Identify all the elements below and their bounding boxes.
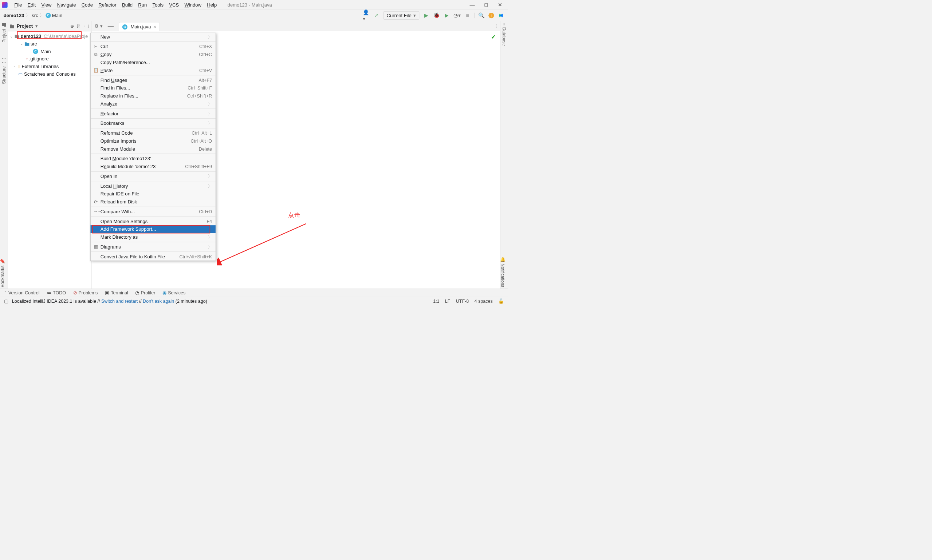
select-opened-file-icon[interactable]: ⊕ (70, 24, 74, 29)
status-icon[interactable]: ▢ (4, 298, 8, 304)
menu-refactor[interactable]: Refactor (96, 1, 119, 9)
menu-separator (91, 118, 216, 118)
ctx-rebuild-module-demo123[interactable]: Rebuild Module 'demo123'Ctrl+Shift+F9 (91, 163, 216, 171)
menu-edit[interactable]: Edit (25, 1, 39, 9)
ctx-diagrams[interactable]: ▦Diagrams〉 (91, 243, 216, 251)
ctx-find-usages[interactable]: Find UsagesAlt+F7 (91, 76, 216, 84)
menu-file[interactable]: File (12, 1, 25, 9)
ctx-open-in[interactable]: Open In〉 (91, 172, 216, 180)
menu-build[interactable]: Build (119, 1, 135, 9)
user-icon[interactable]: 👤▾ (363, 12, 370, 19)
menu-run[interactable]: Run (136, 1, 150, 9)
run-configuration-select[interactable]: Current File ▾ (383, 11, 419, 20)
menu-vcs[interactable]: VCS (167, 1, 182, 9)
submenu-arrow-icon: 〉 (208, 121, 212, 126)
database-tool-button[interactable]: ≡ Database (501, 23, 507, 46)
tree-root-node[interactable]: ⌄ demo123 C:\Users\a\IdeaProje (8, 32, 91, 40)
todo-tool-button[interactable]: ≔TODO (46, 290, 66, 295)
ctx-cut[interactable]: ✂CutCtrl+X (91, 43, 216, 51)
stop-button[interactable]: ■ (464, 12, 471, 19)
ctx-copy[interactable]: ⧉CopyCtrl+C (91, 51, 216, 58)
search-everywhere-icon[interactable]: 🔍 (478, 12, 485, 19)
tree-gitignore-node[interactable]: ◦ .gitignore (8, 55, 91, 63)
menu-item-label: Copy Path/Reference... (100, 60, 150, 65)
settings-icon[interactable]: ⁞ (88, 24, 89, 29)
chevron-down-icon[interactable]: ▾ (35, 23, 38, 29)
inspection-ok-icon[interactable]: ✔ (491, 34, 496, 40)
profiler-icon: ◔ (135, 290, 139, 295)
menu-window[interactable]: Window (182, 1, 204, 9)
ctx-analyze[interactable]: Analyze〉 (91, 100, 216, 108)
ctx-optimize-imports[interactable]: Optimize ImportsCtrl+Alt+O (91, 137, 216, 145)
project-tool-button[interactable]: Project (2, 23, 6, 43)
menu-navigate[interactable]: Navigate (54, 1, 79, 9)
file-encoding[interactable]: UTF-8 (456, 298, 469, 304)
ctx-build-module-demo123[interactable]: Build Module 'demo123' (91, 155, 216, 163)
ctx-find-in-files[interactable]: Find in Files...Ctrl+Shift+F (91, 84, 216, 92)
line-separator[interactable]: LF (445, 298, 451, 304)
more-icon[interactable]: ⁝ (496, 23, 500, 29)
hide-button[interactable]: — (108, 23, 114, 29)
right-bottom-stripe: 🔔 Notifications (500, 257, 508, 287)
ctx-convert-java-file-to-kotlin-file[interactable]: Convert Java File to Kotlin FileCtrl+Alt… (91, 252, 216, 260)
breadcrumb-src[interactable]: src (32, 13, 38, 18)
minimize-button[interactable]: — (469, 2, 475, 8)
ctx-new[interactable]: New〉 (91, 33, 216, 41)
menu-code[interactable]: Code (79, 1, 96, 9)
ctx-add-framework-support[interactable]: Add Framework Support... (91, 225, 216, 233)
ctx-reload-from-disk[interactable]: ⟳Reload from Disk (91, 198, 216, 206)
build-icon[interactable]: ⤢ (373, 12, 380, 19)
ctx-local-history[interactable]: Local History〉 (91, 182, 216, 190)
terminal-tool-button[interactable]: ▣Terminal (105, 290, 128, 295)
ctx-paste[interactable]: 📋PasteCtrl+V (91, 66, 216, 75)
tree-src-node[interactable]: ⌄ src (8, 40, 91, 48)
caret-position[interactable]: 1:1 (433, 298, 439, 304)
menu-help[interactable]: Help (204, 1, 220, 9)
ctx-bookmarks[interactable]: Bookmarks〉 (91, 119, 216, 127)
update-icon[interactable]: ↑ (488, 13, 494, 18)
ctx-refactor[interactable]: Refactor〉 (91, 109, 216, 117)
profile-button[interactable]: ◔▾ (454, 12, 461, 19)
ctx-reformat-code[interactable]: Reformat CodeCtrl+Alt+L (91, 129, 216, 137)
ctx-compare-with[interactable]: →←Compare With...Ctrl+D (91, 208, 216, 216)
version-control-tool-button[interactable]: ᚶVersion Control (4, 290, 40, 295)
bookmarks-tool-button[interactable]: Bookmarks 🔖 (0, 259, 5, 288)
project-view-label[interactable]: Project (17, 23, 33, 29)
close-button[interactable]: ✕ (497, 2, 503, 8)
tree-main-node[interactable]: C Main (8, 48, 91, 55)
close-tab-icon[interactable]: ✕ (153, 25, 156, 29)
services-tool-button[interactable]: ◉Services (162, 290, 185, 295)
code-with-me-icon[interactable] (497, 12, 505, 19)
context-menu[interactable]: New〉✂CutCtrl+X⧉CopyCtrl+CCopy Path/Refer… (90, 33, 216, 261)
tree-scratches[interactable]: ▭ Scratches and Consoles (8, 70, 91, 78)
run-button[interactable]: ▶ (423, 12, 430, 19)
notifications-tool-button[interactable]: 🔔 Notifications (500, 257, 505, 287)
switch-restart-link[interactable]: Switch and restart (101, 298, 138, 303)
ctx-copy-path-reference[interactable]: Copy Path/Reference... (91, 58, 216, 66)
menu-view[interactable]: View (39, 1, 54, 9)
breadcrumb-root[interactable]: demo123 (4, 13, 25, 18)
readonly-icon[interactable]: 🔓 (498, 298, 504, 304)
tree-external-libs[interactable]: › ⫴ External Libraries (8, 63, 91, 70)
profiler-tool-button[interactable]: ◔Profiler (135, 290, 155, 295)
ctx-remove-module[interactable]: Remove ModuleDelete (91, 145, 216, 153)
gear-icon[interactable]: ⚙ ▾ (94, 23, 102, 29)
left-tool-stripe: Project Structure ⋮⋮ (0, 21, 8, 289)
problems-tool-button[interactable]: ⊘Problems (73, 290, 98, 295)
collapse-all-icon[interactable]: ÷ (83, 24, 86, 29)
ctx-open-module-settings[interactable]: Open Module SettingsF4 (91, 217, 216, 225)
ctx-replace-in-files[interactable]: Replace in Files...Ctrl+Shift+R (91, 92, 216, 100)
coverage-button[interactable]: ▶̲ (444, 12, 451, 19)
debug-button[interactable]: 🐞 (433, 12, 440, 19)
ctx-mark-directory-as[interactable]: Mark Directory as〉 (91, 233, 216, 241)
ctx-repair-ide-on-file[interactable]: Repair IDE on File (91, 190, 216, 198)
indent-setting[interactable]: 4 spaces (475, 298, 493, 304)
expand-all-icon[interactable]: ⇵ (77, 24, 80, 29)
menu-tools[interactable]: Tools (150, 1, 167, 9)
editor-tab-main[interactable]: C Main.java ✕ (119, 23, 159, 32)
dont-ask-link[interactable]: Don't ask again (143, 298, 174, 303)
structure-tool-button[interactable]: Structure ⋮⋮ (2, 56, 6, 84)
breadcrumb-file[interactable]: Main (52, 13, 62, 18)
maximize-button[interactable]: □ (483, 2, 489, 8)
project-tree[interactable]: ⌄ demo123 C:\Users\a\IdeaProje ⌄ src C M… (8, 31, 91, 289)
